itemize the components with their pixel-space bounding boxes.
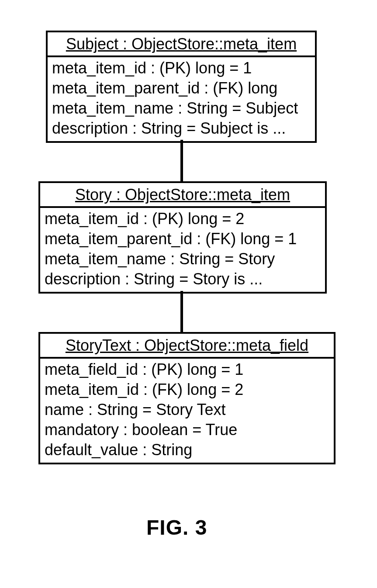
entity-story-attr: description : String = Story is ...	[45, 269, 321, 289]
entity-storytext-attr: name : String = Story Text	[45, 400, 329, 420]
diagram-canvas: Subject : ObjectStore::meta_item meta_it…	[0, 0, 377, 588]
entity-storytext-attr: mandatory : boolean = True	[45, 420, 329, 440]
entity-storytext-attr: default_value : String	[45, 440, 329, 460]
entity-story-attr: meta_item_name : String = Story	[45, 249, 321, 269]
entity-story-attr: meta_item_parent_id : (FK) long = 1	[45, 229, 321, 249]
connector-story-storytext	[180, 291, 183, 332]
entity-story: Story : ObjectStore::meta_item meta_item…	[38, 181, 327, 294]
entity-story-header: Story : ObjectStore::meta_item	[40, 183, 325, 208]
entity-storytext: StoryText : ObjectStore::meta_field meta…	[38, 332, 335, 464]
entity-storytext-header: StoryText : ObjectStore::meta_field	[40, 334, 334, 359]
entity-subject-body: meta_item_id : (PK) long = 1 meta_item_p…	[48, 57, 315, 141]
entity-story-body: meta_item_id : (PK) long = 2 meta_item_p…	[40, 208, 325, 292]
entity-storytext-attr: meta_field_id : (PK) long = 1	[45, 360, 329, 380]
entity-story-attr: meta_item_id : (PK) long = 2	[45, 209, 321, 229]
entity-subject-attr: meta_item_id : (PK) long = 1	[52, 58, 311, 78]
connector-subject-story	[180, 140, 183, 181]
entity-subject-attr: description : String = Subject is ...	[52, 118, 311, 138]
figure-caption: FIG. 3	[146, 515, 207, 540]
entity-subject: Subject : ObjectStore::meta_item meta_it…	[46, 31, 317, 143]
entity-subject-attr: meta_item_name : String = Subject	[52, 98, 311, 118]
entity-subject-attr: meta_item_parent_id : (FK) long	[52, 78, 311, 98]
entity-subject-header: Subject : ObjectStore::meta_item	[48, 32, 315, 57]
entity-storytext-body: meta_field_id : (PK) long = 1 meta_item_…	[40, 359, 334, 463]
entity-storytext-attr: meta_item_id : (FK) long = 2	[45, 380, 329, 400]
